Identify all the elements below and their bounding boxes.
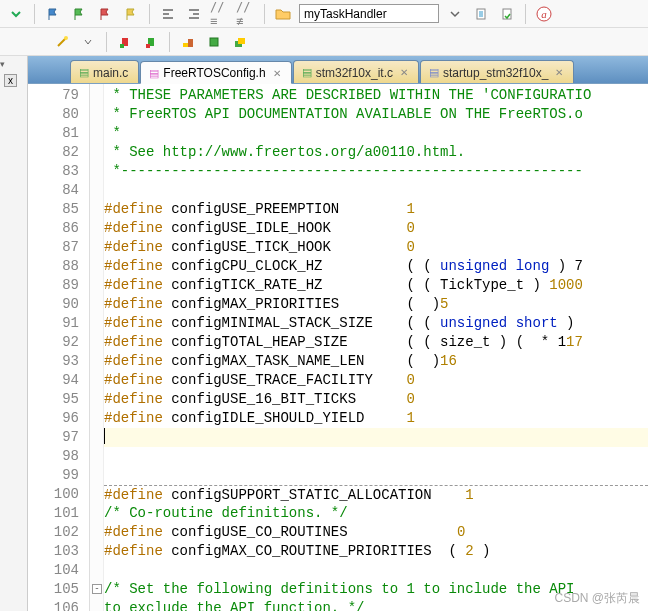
fold-column[interactable]: - [90,84,104,611]
editor-area: ▤main.c▤FreeRTOSConfig.h✕▤stm32f10x_it.c… [28,56,648,611]
svg-rect-9 [183,43,188,47]
editor-tabbar: ▤main.c▤FreeRTOSConfig.h✕▤stm32f10x_it.c… [28,56,648,84]
file-icon: ▤ [149,67,159,80]
tab-label: FreeRTOSConfig.h [163,66,265,80]
page-save-icon[interactable] [497,4,517,24]
green-block-icon[interactable] [141,32,161,52]
indent-right-icon[interactable] [184,4,204,24]
panel-dropdown-icon[interactable]: ▾ [0,59,5,69]
file-icon: ▤ [79,66,89,79]
line-number-gutter: 7980818283848586878889909192939495969798… [28,84,90,611]
flag-red-icon[interactable] [95,4,115,24]
tab-main-c[interactable]: ▤main.c [70,60,139,83]
toolbar-top: //≡ //≢ a [0,0,648,28]
wand-icon[interactable] [52,32,72,52]
tab-stm32f10x_it-c[interactable]: ▤stm32f10x_it.c✕ [293,60,419,83]
uncomment-icon[interactable]: //≢ [236,4,256,24]
toolbar-second [0,28,648,56]
fold-toggle[interactable]: - [92,584,102,594]
svg-point-4 [64,36,68,40]
layers-icon[interactable] [230,32,250,52]
red-block-icon[interactable] [115,32,135,52]
panel-close-button[interactable]: x [4,74,17,87]
close-icon[interactable]: ✕ [273,68,281,79]
indent-left-icon[interactable] [158,4,178,24]
dropdown-icon[interactable] [445,4,465,24]
watermark-text: CSDN @张芮晨 [554,590,640,607]
stack-icon[interactable] [178,32,198,52]
close-icon[interactable]: ✕ [555,67,563,78]
flag-yellow-icon[interactable] [121,4,141,24]
close-icon[interactable]: ✕ [400,67,408,78]
file-icon: ▤ [429,66,439,79]
file-icon: ▤ [302,66,312,79]
svg-rect-11 [210,38,218,46]
drop-icon[interactable] [78,32,98,52]
page-icon[interactable] [471,4,491,24]
tab-label: startup_stm32f10x_ [443,66,548,80]
tab-label: stm32f10x_it.c [316,66,393,80]
task-name-input[interactable] [299,4,439,23]
code-content[interactable]: * THESE PARAMETERS ARE DESCRIBED WITHIN … [104,84,648,611]
svg-rect-8 [146,44,150,48]
arrow-down-icon[interactable] [6,4,26,24]
svg-rect-10 [188,39,193,47]
comment-icon[interactable]: //≡ [210,4,230,24]
flag-blue-icon[interactable] [43,4,63,24]
tab-label: main.c [93,66,128,80]
help-icon[interactable]: a [534,4,554,24]
svg-rect-13 [238,38,245,44]
folder-icon[interactable] [273,4,293,24]
module-icon[interactable] [204,32,224,52]
code-editor[interactable]: 7980818283848586878889909192939495969798… [28,84,648,611]
tab-startup_stm32f10x_[interactable]: ▤startup_stm32f10x_✕ [420,60,574,83]
left-side-panel: ▾ x [0,56,28,611]
svg-text:a: a [541,8,547,20]
tab-FreeRTOSConfig-h[interactable]: ▤FreeRTOSConfig.h✕ [140,61,291,84]
flag-green-icon[interactable] [69,4,89,24]
svg-rect-6 [120,44,124,48]
